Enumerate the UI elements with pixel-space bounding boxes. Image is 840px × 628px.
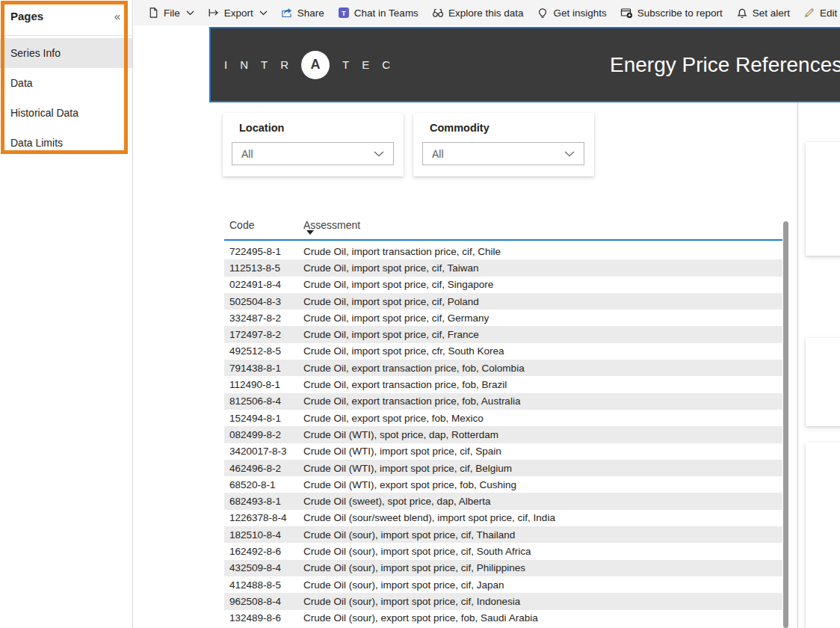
report-viewer: Pages « Series Info Data Historical Data… (0, 0, 840, 628)
table-row[interactable]: 68520-8-1Crude Oil (WTI), export spot pr… (224, 476, 782, 493)
explore-this-data-label: Explore this data (448, 7, 524, 19)
table-row[interactable]: 152494-8-1Crude Oil, export spot price, … (224, 410, 782, 426)
table-header-underline (224, 239, 782, 241)
pencil-icon (803, 7, 815, 19)
pages-title: Pages (10, 10, 43, 22)
share-label: Share (297, 7, 324, 19)
assessment-cell: Crude Oil (sour), import spot price, cif… (303, 562, 782, 573)
table-row[interactable]: 112513-8-5Crude Oil, import spot price, … (224, 259, 782, 276)
chevron-down-icon (259, 10, 268, 16)
table-header: Code Assessment (224, 217, 782, 239)
chat-in-teams-button[interactable]: T Chat in Teams (331, 0, 425, 25)
clipped-visual-card (806, 142, 840, 256)
table-row[interactable]: 332487-8-2Crude Oil, import spot price, … (224, 310, 782, 326)
sidebar-item-data-limits[interactable]: Data Limits (0, 128, 132, 158)
assessment-cell: Crude Oil, import spot price, cif, Germa… (303, 313, 782, 324)
pages-list: Series Info Data Historical Data Data Li… (0, 38, 132, 158)
share-button[interactable]: Share (274, 0, 331, 25)
code-cell: 432509-8-4 (224, 562, 303, 573)
sidebar-item-series-info[interactable]: Series Info (0, 38, 132, 68)
table-row[interactable]: 812506-8-4Crude Oil, export transaction … (224, 393, 782, 410)
clipped-visual-card (806, 443, 840, 628)
table-row[interactable]: 432509-8-4Crude Oil (sour), import spot … (224, 560, 782, 576)
teams-icon: T (338, 7, 350, 19)
table-scrollbar[interactable] (783, 221, 788, 628)
logo-letter: E (362, 58, 369, 71)
report-banner: I N T R A T E C Energy Price References (209, 27, 840, 102)
table-row[interactable]: 412488-8-5Crude Oil (sour), import spot … (224, 576, 782, 593)
assessment-cell: Crude Oil, export transaction price, fob… (303, 363, 782, 374)
bell-icon (736, 7, 748, 19)
file-menu-button[interactable]: File (141, 0, 201, 25)
canvas-right-divider (797, 102, 798, 628)
intratec-logo: I N T R A T E C (224, 51, 390, 79)
code-cell: 112490-8-1 (224, 379, 303, 390)
get-insights-button[interactable]: Get insights (530, 0, 613, 25)
export-menu-label: Export (224, 7, 253, 19)
logo-circle-a: A (301, 51, 330, 79)
table-row[interactable]: 502504-8-3Crude Oil, import spot price, … (224, 293, 782, 310)
table-row[interactable]: 112490-8-1Crude Oil, export transaction … (224, 376, 782, 392)
code-cell: 682493-8-1 (224, 496, 303, 507)
sidebar-item-data[interactable]: Data (0, 68, 132, 98)
table-row[interactable]: 492512-8-5Crude Oil, import spot price, … (224, 343, 782, 360)
binoculars-icon (432, 7, 444, 19)
explore-this-data-button[interactable]: Explore this data (425, 0, 531, 25)
export-menu-button[interactable]: Export (201, 0, 274, 25)
assessment-cell: Crude Oil, import spot price, cfr, South… (303, 345, 782, 357)
assessment-cell: Crude Oil (sour), import spot price, cif… (303, 596, 782, 607)
code-cell: 172497-8-2 (224, 329, 303, 340)
table-row[interactable]: 722495-8-1Crude Oil, import transaction … (224, 243, 782, 259)
sidebar-item-historical-data[interactable]: Historical Data (0, 98, 132, 128)
collapse-pane-icon[interactable]: « (114, 10, 120, 22)
commodity-filter-label: Commodity (430, 122, 594, 134)
assessment-cell: Crude Oil (WTI), import spot price, cif,… (303, 446, 782, 457)
assessment-cell: Crude Oil, import spot price, cif, Taiwa… (303, 262, 782, 274)
table-row[interactable]: 182510-8-4Crude Oil (sour), import spot … (224, 526, 782, 543)
table-body: 722495-8-1Crude Oil, import transaction … (224, 243, 782, 627)
commodity-dropdown[interactable]: All (422, 142, 584, 165)
table-row[interactable]: 022491-8-4Crude Oil, import spot price, … (224, 277, 782, 293)
report-title: Energy Price References (610, 53, 840, 77)
table-row[interactable]: 162492-8-6Crude Oil (sour), import spot … (224, 543, 782, 559)
chat-in-teams-label: Chat in Teams (354, 7, 419, 19)
table-row[interactable]: 791438-8-1Crude Oil, export transaction … (224, 360, 782, 376)
table-row[interactable]: 082499-8-2Crude Oil (WTI), spot price, d… (224, 426, 782, 443)
table-row[interactable]: 682493-8-1Crude Oil (sweet), spot price,… (224, 493, 782, 509)
chevron-down-icon (564, 151, 575, 157)
edit-button[interactable]: Edit (797, 0, 840, 25)
code-cell: 1226378-8-4 (224, 512, 303, 523)
code-cell: 502504-8-3 (224, 296, 303, 307)
code-cell: 152494-8-1 (224, 413, 303, 424)
assessment-cell: Crude Oil (WTI), import spot price, cif,… (303, 463, 782, 474)
code-column-header[interactable]: Code (224, 217, 303, 239)
logo-letter: C (382, 58, 390, 71)
logo-letter: N (240, 58, 248, 71)
code-cell: 182510-8-4 (224, 529, 303, 541)
table-row[interactable]: 3420017-8-3Crude Oil (WTI), import spot … (224, 443, 782, 460)
pages-sidebar: Pages « Series Info Data Historical Data… (0, 0, 133, 628)
table-row[interactable]: 1226378-8-4Crude Oil (sour/sweet blend),… (224, 510, 782, 526)
logo-letter: T (261, 58, 268, 71)
assessment-cell: Crude Oil (sour/sweet blend), import spo… (303, 512, 782, 523)
logo-letter: R (280, 58, 288, 71)
table-row[interactable]: 462496-8-2Crude Oil (WTI), import spot p… (224, 460, 782, 476)
code-cell: 492512-8-5 (224, 345, 303, 357)
share-icon (281, 7, 293, 19)
assessment-column-header[interactable]: Assessment (303, 217, 782, 239)
code-cell: 3420017-8-3 (224, 446, 303, 457)
assessment-cell: Crude Oil (sour), import spot price, cif… (303, 546, 782, 557)
location-filter-label: Location (239, 122, 404, 134)
code-cell: 722495-8-1 (224, 246, 303, 257)
subscribe-to-report-button[interactable]: Subscribe to report (614, 0, 729, 25)
clipped-visual-card (806, 338, 840, 426)
location-dropdown[interactable]: All (232, 142, 394, 165)
set-alert-button[interactable]: Set alert (729, 0, 797, 25)
table-row[interactable]: 962508-8-4Crude Oil (sour), import spot … (224, 593, 782, 609)
table-row[interactable]: 172497-8-2Crude Oil, import spot price, … (224, 326, 782, 342)
table-row[interactable]: 132489-8-6Crude Oil (sour), export spot … (224, 610, 782, 627)
assessment-cell: Crude Oil, export transaction price, fob… (303, 395, 782, 407)
assessment-cell: Crude Oil (WTI), export spot price, fob,… (303, 479, 782, 490)
assessment-cell: Crude Oil, import transaction price, cif… (303, 246, 782, 257)
sidebar-divider (0, 35, 132, 36)
